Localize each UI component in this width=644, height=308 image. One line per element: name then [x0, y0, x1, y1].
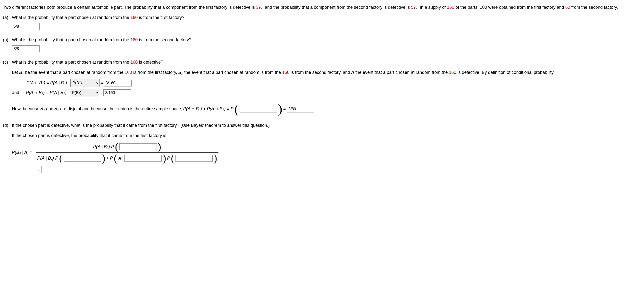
symbol-B1: B1: [19, 70, 24, 75]
part-d-line2: If the chosen part is defective, the pro…: [12, 132, 640, 139]
total-parts: 160: [447, 5, 454, 10]
bayes-num-input[interactable]: [120, 143, 157, 150]
part-c-total: 160: [130, 60, 138, 65]
bayes-den-input-2[interactable]: [124, 155, 162, 162]
close-paren-icon: ): [163, 153, 166, 163]
bayes-num-pre: P(A | B₁) P: [93, 144, 114, 150]
part-d-question: If the chosen part is defective, what is…: [12, 123, 270, 128]
open-paren-icon: (: [234, 103, 238, 115]
intro-text-3: %. In a supply of: [414, 5, 447, 10]
part-c-question-pre: What is the probability that a part chos…: [12, 60, 130, 65]
part-c-label: (c): [3, 59, 11, 65]
bayes-den-plus: + P: [106, 155, 113, 161]
bayes-den-p2: P: [167, 155, 170, 161]
symbol-A: A: [351, 70, 354, 75]
eq-row1-lhs: P(A ∩ B₁) = P(A | B₁) ·: [26, 80, 70, 86]
part-c-now-statement: Now, because B1 and B2 are disjoint and …: [12, 103, 640, 115]
defect-pct-1: 3: [256, 5, 258, 10]
bayes-den-input-1[interactable]: [64, 155, 101, 162]
now-event-input[interactable]: [240, 106, 277, 112]
now-eq2: =: [283, 106, 286, 112]
factory2-count: 60: [565, 5, 570, 10]
part-b-question-post: is from the second factory?: [138, 38, 191, 42]
part-c-let-statement: Let B1 be the event that a part chosen a…: [12, 69, 640, 76]
part-b-total: 160: [130, 38, 138, 42]
part-a-total: 160: [130, 15, 138, 20]
eq-row1-eq: =: [100, 80, 103, 86]
part-d-label: (d): [3, 122, 11, 129]
bayes-den-pre: P(A | B₁) P: [38, 155, 58, 161]
and-label: and: [12, 89, 19, 96]
intro-text-2: %, and the probability that a component …: [258, 5, 411, 10]
part-b-answer-input[interactable]: [12, 46, 40, 52]
part-b-question-pre: What is the probability that a part chos…: [12, 38, 130, 42]
close-paren-icon: ): [278, 103, 282, 115]
open-paren-icon: (: [59, 153, 63, 163]
defect-pct-2: 5: [411, 5, 414, 10]
open-paren-icon: (: [115, 142, 118, 152]
eq-row2-lhs: P(A ∩ B₂) = P(A | B₂) ·: [26, 89, 69, 96]
part-c-question-post: is defective?: [138, 60, 163, 65]
now-eq-lhs: P(A ∩ B₁) + P(A ∩ B₂) = P: [183, 106, 234, 112]
intro-text-4: of the parts, 100 were obtained from the…: [454, 5, 565, 10]
part-a-answer-input[interactable]: [12, 23, 40, 30]
open-paren-icon: (: [114, 153, 117, 163]
close-paren-icon: ): [102, 153, 105, 163]
bayes-final-answer-input[interactable]: [41, 166, 69, 173]
eq-row2-period: .: [134, 89, 135, 96]
part-b-label: (b): [3, 37, 11, 43]
bayes-period: .: [71, 166, 72, 173]
eq-row1-answer-input[interactable]: [104, 80, 132, 87]
close-paren-icon: ): [214, 153, 217, 163]
now-period: .: [317, 106, 318, 112]
select-pb2[interactable]: P(B₂) P(B₁) P(A): [70, 89, 99, 97]
eq-row2-eq: =: [100, 89, 103, 96]
bayes-fraction: P(A | B₁) P ( ) P(A | B₁) P ( ) + P (: [36, 141, 219, 164]
open-paren-icon: (: [171, 153, 174, 163]
symbol-B2: B2: [178, 70, 183, 75]
bayes-lhs: P(B₁ | A) =: [12, 149, 32, 155]
part-a-question-pre: What is the probability that a part chos…: [12, 15, 130, 20]
bayes-eq2: =: [38, 166, 40, 173]
now-answer-input[interactable]: [287, 106, 314, 112]
select-pb1[interactable]: P(B₁) P(B₂) P(A): [70, 79, 100, 87]
bayes-den-input-3[interactable]: [175, 155, 213, 162]
eq-row2-answer-input[interactable]: [104, 89, 131, 96]
part-a-question-post: is from the first factory?: [138, 15, 184, 20]
intro-text-5: from the second factory.: [570, 5, 618, 10]
part-a-label: (a): [3, 14, 11, 21]
problem-intro: Two different factories both produce a c…: [3, 4, 641, 11]
intro-text-1: Two different factories both produce a c…: [3, 5, 256, 10]
close-paren-icon: ): [158, 142, 161, 152]
